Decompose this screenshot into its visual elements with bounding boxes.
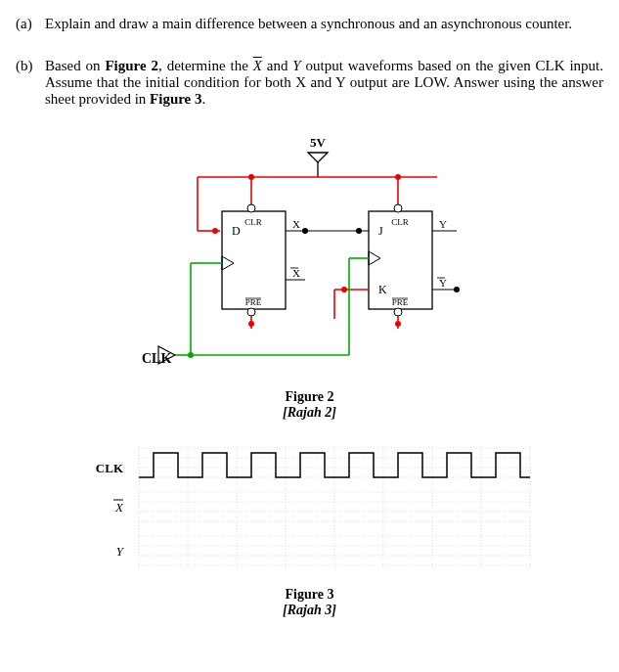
ff1-d-label: D bbox=[232, 224, 241, 238]
qb-yvar: Y bbox=[292, 58, 300, 73]
qa-text: Explain and draw a main difference betwe… bbox=[45, 16, 603, 32]
ff2-j-label: J bbox=[378, 224, 383, 238]
timing-diagram: CLK X Y bbox=[80, 438, 540, 585]
svg-point-9 bbox=[247, 204, 255, 212]
qb-end: . bbox=[202, 91, 206, 107]
vcc-arrow-icon bbox=[308, 153, 328, 162]
qb-fig3ref: Figure 3 bbox=[150, 91, 201, 107]
timing-clk-label: CLK bbox=[95, 461, 123, 475]
figure-2-caption: Figure 2 [Rajah 2] bbox=[16, 389, 603, 421]
qa-label: (a) bbox=[16, 16, 45, 32]
svg-point-17 bbox=[394, 308, 402, 316]
clk-label: CLK bbox=[142, 351, 171, 366]
ff2-clr-label: CLR bbox=[391, 217, 409, 227]
figure-3: CLK X Y bbox=[16, 438, 603, 585]
ff2-qb-label: Y bbox=[439, 277, 447, 289]
vcc-label: 5V bbox=[310, 135, 327, 150]
question-b: (b) Based on Figure 2, determine the X a… bbox=[16, 58, 603, 108]
svg-point-25 bbox=[356, 228, 362, 234]
ff1-clr-label: CLR bbox=[244, 217, 262, 227]
question-a: (a) Explain and draw a main difference b… bbox=[16, 16, 603, 32]
fig3-title: Figure 3 bbox=[286, 587, 334, 602]
ff2-k-label: K bbox=[378, 283, 387, 296]
ff2-q-label: Y bbox=[439, 218, 447, 230]
svg-point-5 bbox=[395, 174, 401, 180]
svg-point-21 bbox=[454, 287, 460, 292]
ff1-qb-label: X bbox=[292, 267, 300, 279]
svg-point-16 bbox=[394, 204, 402, 212]
qb-mid2: and bbox=[262, 58, 292, 73]
ff1-q-label: X bbox=[292, 218, 300, 230]
qb-fig2ref: Figure 2 bbox=[105, 58, 158, 73]
svg-point-3 bbox=[248, 174, 254, 180]
fig3-sub: [Rajah 3] bbox=[283, 603, 336, 617]
figure-3-caption: Figure 3 [Rajah 3] bbox=[16, 587, 603, 618]
timing-xbar-label: X bbox=[114, 500, 124, 515]
clk-waveform bbox=[139, 453, 530, 477]
ff2-pre-label: PRE bbox=[391, 297, 408, 307]
ff1-pre-label: PRE bbox=[244, 297, 261, 307]
qb-mid1: , determine the bbox=[158, 58, 253, 73]
svg-point-32 bbox=[395, 321, 401, 327]
svg-point-10 bbox=[247, 308, 255, 316]
svg-point-28 bbox=[341, 287, 347, 292]
svg-point-8 bbox=[212, 228, 218, 234]
qb-pre: Based on bbox=[45, 58, 105, 73]
qb-xbar: X bbox=[253, 58, 262, 73]
fig2-sub: [Rajah 2] bbox=[283, 405, 336, 420]
timing-y-label: Y bbox=[115, 544, 124, 559]
fig2-title: Figure 2 bbox=[286, 389, 334, 404]
circuit-diagram: 5V CLR PRE D X X CLR PRE J K Y Y bbox=[105, 133, 515, 387]
svg-point-31 bbox=[248, 321, 254, 327]
figure-2: 5V CLR PRE D X X CLR PRE J K Y Y bbox=[16, 133, 603, 387]
qb-text: Based on Figure 2, determine the X and Y… bbox=[45, 58, 603, 108]
qb-label: (b) bbox=[16, 58, 45, 108]
